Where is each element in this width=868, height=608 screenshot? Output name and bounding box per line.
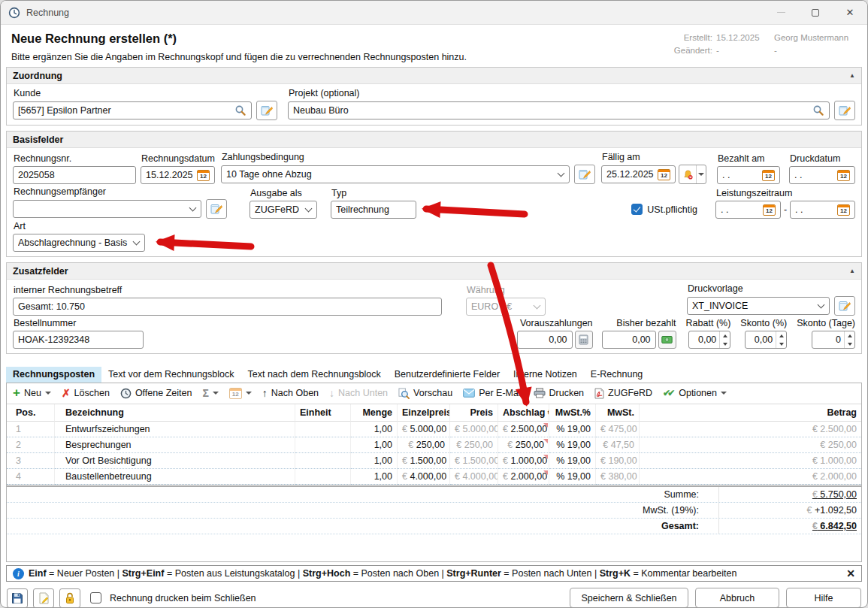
- cell-mwst-pct[interactable]: % 19,00: [549, 469, 596, 485]
- tab-text-vor[interactable]: Text vor dem Rechnungsblock: [101, 367, 240, 383]
- table-row[interactable]: 2 Besprechungen 1,00 € 250,00 € 250,00 €…: [7, 437, 861, 453]
- cell-einheit[interactable]: [295, 437, 351, 453]
- search-icon[interactable]: [234, 104, 246, 116]
- tab-benutzerdefinierte-felder[interactable]: Benutzerdefinierte Felder: [388, 367, 507, 383]
- cell-bezeichnung[interactable]: Vor Ort Besichtigung: [55, 453, 295, 469]
- cell-abschlag[interactable]: € 250,00: [498, 437, 549, 453]
- bezahlt-input[interactable]: . . 12: [717, 166, 780, 184]
- art-select[interactable]: Abschlagrechnung - Basis: [13, 234, 145, 252]
- neu-button[interactable]: + Neu: [13, 388, 51, 398]
- col-abschlag[interactable]: Abschlag €: [498, 404, 549, 422]
- cell-abschlag[interactable]: € 2.000,00: [498, 469, 549, 485]
- zahlungsbedingung-select[interactable]: 10 Tage ohne Abzug: [221, 165, 570, 183]
- spinner-buttons[interactable]: [719, 331, 730, 348]
- col-einheit[interactable]: Einheit: [295, 404, 351, 422]
- spin-up-icon[interactable]: [845, 331, 854, 340]
- cell-bezeichnung[interactable]: Besprechungen: [55, 437, 295, 453]
- col-bezeichnung[interactable]: Bezeichnung: [55, 404, 295, 422]
- dropdown-caret-icon[interactable]: [246, 392, 252, 395]
- cell-einzelpreis[interactable]: € 250,00: [398, 437, 450, 453]
- ausgabe-select[interactable]: ZUGFeRD: [250, 201, 317, 219]
- calendar-icon[interactable]: 12: [658, 169, 670, 180]
- spinner-buttons[interactable]: [776, 331, 786, 348]
- loeschen-button[interactable]: ✗ Löschen: [62, 387, 110, 399]
- cell-menge[interactable]: 1,00: [351, 469, 398, 485]
- zugferd-button[interactable]: ZUGFeRD: [594, 388, 652, 399]
- cell-einheit[interactable]: [295, 453, 351, 469]
- spin-down-icon[interactable]: [720, 340, 730, 348]
- dropdown-caret-icon[interactable]: [213, 392, 219, 395]
- projekt-edit-button[interactable]: [834, 101, 855, 120]
- offene-zeiten-button[interactable]: Offene Zeiten: [120, 388, 192, 399]
- save-close-button[interactable]: Speichern & Schließen: [570, 588, 688, 608]
- cell-bezeichnung[interactable]: Baustellenbetreuung: [55, 469, 295, 485]
- table-row[interactable]: 4 Baustellenbetreuung 1,00 € 4.000,00 € …: [7, 469, 861, 485]
- col-preis[interactable]: Preis: [450, 404, 498, 422]
- calendar-icon[interactable]: 12: [763, 204, 776, 216]
- bisher-bezahlt-input[interactable]: 0,00: [602, 331, 656, 349]
- leistung-von-input[interactable]: . . 12: [715, 201, 781, 219]
- calendar-icon[interactable]: 12: [762, 170, 775, 181]
- col-menge[interactable]: Menge: [351, 404, 398, 422]
- dropdown-caret-icon[interactable]: [721, 392, 727, 395]
- info-close-icon[interactable]: ✕: [846, 567, 855, 579]
- calendar-icon[interactable]: 12: [197, 170, 210, 181]
- rechnungsnr-input[interactable]: 2025058: [13, 166, 136, 184]
- collapse-icon[interactable]: ▲: [849, 268, 855, 274]
- skonto-pct-spinner[interactable]: 0,00: [745, 331, 787, 349]
- tab-text-nach[interactable]: Text nach dem Rechnungsblock: [241, 367, 388, 383]
- druckdatum-input[interactable]: . . 12: [789, 166, 855, 184]
- save-icon-button[interactable]: [7, 588, 28, 608]
- col-betrag[interactable]: Betrag: [640, 404, 861, 422]
- kunde-edit-button[interactable]: [256, 101, 277, 120]
- cell-abschlag[interactable]: € 2.500,00: [498, 422, 549, 437]
- spin-down-icon[interactable]: [845, 340, 854, 348]
- col-mwst[interactable]: MwSt.: [596, 404, 640, 422]
- cancel-button[interactable]: Abbruch: [695, 588, 779, 608]
- vorschau-button[interactable]: Vorschau: [398, 388, 452, 399]
- calendar-icon[interactable]: 12: [837, 170, 850, 181]
- print-on-close-checkbox[interactable]: [90, 592, 101, 603]
- leistung-bis-input[interactable]: . . 12: [790, 201, 855, 219]
- collapse-icon[interactable]: ▲: [849, 72, 855, 79]
- empfaenger-select[interactable]: [13, 200, 201, 218]
- zahlungsbedingung-edit-button[interactable]: [574, 165, 595, 184]
- betreff-input[interactable]: Gesamt: 10.750: [13, 298, 442, 316]
- druckvorlage-select[interactable]: XT_INVOICE: [687, 297, 830, 315]
- cell-einheit[interactable]: [295, 422, 351, 437]
- unlock-icon-button[interactable]: [59, 588, 80, 608]
- col-mwst-pct[interactable]: MwSt.%: [549, 404, 596, 422]
- calculator-button[interactable]: [575, 331, 593, 349]
- per-email-button[interactable]: Per E-Mail: [463, 388, 522, 398]
- drucken-button[interactable]: Drucken: [534, 388, 585, 398]
- cell-abschlag[interactable]: € 1.000,00: [498, 453, 549, 469]
- cell-mwst-pct[interactable]: % 19,00: [549, 437, 596, 453]
- cell-menge[interactable]: 1,00: [351, 437, 398, 453]
- cell-einzelpreis[interactable]: € 5.000,00: [398, 422, 450, 437]
- minimize-button[interactable]: [764, 1, 798, 25]
- cell-menge[interactable]: 1,00: [351, 453, 398, 469]
- empfaenger-edit-button[interactable]: [206, 199, 227, 219]
- date-tool-button[interactable]: 12: [229, 388, 252, 399]
- sum-button[interactable]: Σ: [202, 387, 218, 399]
- tab-rechnungsposten[interactable]: Rechnungsposten: [6, 367, 101, 383]
- bell-icon[interactable]: [679, 165, 696, 183]
- document-icon-button[interactable]: [33, 588, 54, 608]
- cell-menge[interactable]: 1,00: [351, 422, 398, 437]
- dropdown-caret-icon[interactable]: [45, 392, 51, 395]
- search-icon[interactable]: [812, 104, 824, 116]
- cell-mwst-pct[interactable]: % 19,00: [549, 422, 596, 437]
- spin-down-icon[interactable]: [776, 340, 786, 348]
- projekt-input[interactable]: Neubau Büro: [288, 101, 830, 119]
- ust-checkbox[interactable]: [631, 204, 643, 215]
- reminder-split-button[interactable]: [679, 165, 706, 184]
- optionen-button[interactable]: ✔✔ Optionen: [663, 388, 727, 398]
- faellig-input[interactable]: 25.12.2025 12: [601, 165, 676, 183]
- skonto-tage-spinner[interactable]: 0: [812, 331, 855, 349]
- calendar-icon[interactable]: 12: [837, 204, 850, 216]
- cell-einheit[interactable]: [295, 469, 351, 485]
- vorauszahlungen-input[interactable]: 0,00: [517, 331, 573, 349]
- tab-e-rechnung[interactable]: E-Rechnung: [584, 367, 650, 383]
- rabatt-spinner[interactable]: 0,00: [688, 331, 730, 349]
- table-row[interactable]: 1 Entwurfszeichungen 1,00 € 5.000,00 € 5…: [7, 422, 861, 437]
